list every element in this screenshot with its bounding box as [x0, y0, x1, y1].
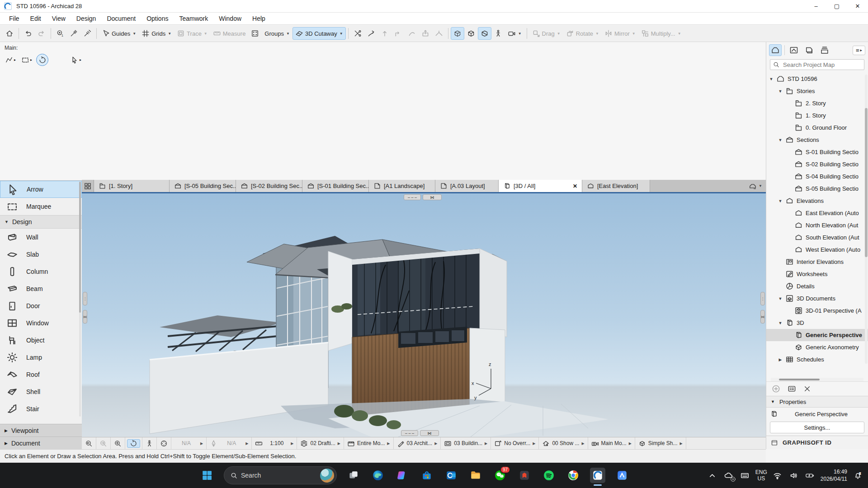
cut-plane-handle[interactable]: ‒ ‒ ‒ [401, 430, 418, 436]
toolbar-split-scissors-button[interactable] [351, 27, 364, 40]
edge-handle[interactable]: ⋮ [760, 292, 765, 305]
toolbar-syringe-button[interactable] [80, 27, 94, 40]
toolbar-guides-arrow-button[interactable]: Guides▼ [99, 27, 139, 40]
toolbar-trace-button[interactable]: Trace▼ [174, 27, 210, 40]
tree-item-generic-axonometry[interactable]: Generic Axonometry [766, 341, 868, 353]
toolbar-box-up-button[interactable] [419, 27, 432, 40]
subtool-cursor-arrow[interactable]: ▸ [69, 55, 83, 66]
tab--s-05-building-sec-[interactable]: [S-05 Building Sec... [170, 180, 236, 192]
toolbar-corner-button[interactable] [392, 27, 405, 40]
tree-item-s-04-building-sectio[interactable]: S-04 Building Sectio [766, 170, 868, 183]
tray-chevron-icon[interactable] [707, 469, 718, 481]
menu-view[interactable]: View [47, 13, 71, 24]
toolbox-arrow[interactable]: Arrow [0, 181, 82, 198]
toolbar-grids-button[interactable]: Grids▼ [139, 27, 174, 40]
tree-item-sections[interactable]: ▼Sections [766, 134, 868, 146]
view-settings-icon[interactable] [788, 385, 796, 393]
onedrive-error-icon[interactable] [723, 469, 735, 481]
taskbar-search[interactable]: Search [224, 466, 337, 484]
menu-edit[interactable]: Edit [25, 13, 47, 24]
properties-header[interactable]: ▼ Properties [766, 396, 868, 408]
toolbox-section-design[interactable]: ▼Design [0, 215, 82, 229]
outlook-icon[interactable] [443, 468, 459, 483]
quickbar-zoom-in[interactable] [111, 437, 125, 449]
edge-handle[interactable]: ⋈ [760, 310, 765, 324]
quickbar-orbit[interactable] [125, 437, 142, 449]
edge-handle[interactable]: ⋮ [83, 292, 87, 305]
navigator-layout-book-button[interactable] [803, 44, 816, 56]
toolbox-roof[interactable]: Roof [0, 366, 82, 383]
tab--1-story-[interactable]: [1. Story] [94, 180, 170, 192]
tree-item-s-05-building-sectio[interactable]: S-05 Building Sectio [766, 183, 868, 195]
edge-icon[interactable] [370, 468, 386, 483]
wifi-icon[interactable] [772, 469, 783, 481]
toolbox-slab[interactable]: Slab [0, 246, 82, 263]
delete-icon[interactable] [803, 385, 811, 393]
toolbar-camera-path-button[interactable]: ▼ [505, 27, 524, 40]
subtool-pet-marquee[interactable]: ▸ [20, 55, 33, 66]
toolbox-scrollbar-thumb[interactable] [79, 182, 81, 313]
quickbar-house-small[interactable]: 00 Show ...▶ [539, 437, 588, 449]
menu-help[interactable]: Help [247, 13, 271, 24]
touch-keyboard-icon[interactable] [739, 469, 751, 481]
quickbar-ruler[interactable]: 1:100▶ [252, 437, 297, 449]
project-map-search[interactable] [770, 59, 864, 70]
task-view-icon[interactable] [346, 468, 361, 483]
tab-overview-button[interactable] [82, 180, 94, 192]
tab--east-elevation-[interactable]: [East Elevation] [582, 180, 650, 192]
start-button[interactable] [199, 468, 215, 483]
tree-item-elevations[interactable]: ▼Elevations [766, 195, 868, 207]
chrome-icon[interactable] [566, 468, 581, 483]
tree-item-west-elevation-auto[interactable]: West Elevation (Auto [766, 244, 868, 256]
toolbox-door[interactable]: Door [0, 297, 82, 314]
toolbar-undo-button[interactable] [21, 27, 35, 40]
tab--s-01-building-sec-[interactable]: [S-01 Building Sec... [302, 180, 369, 192]
tree-item-1-story[interactable]: 1. Story [766, 109, 868, 122]
tree-item-std-10596[interactable]: ▼STD 10596 [766, 73, 868, 85]
toolbox-section-viewpoint[interactable]: ▶Viewpoint [0, 424, 82, 436]
tree-item-details[interactable]: Details [766, 280, 868, 292]
tab-list-button[interactable]: ▼ [745, 180, 766, 192]
tree-item-stories[interactable]: ▼Stories [766, 85, 868, 97]
toolbar-groups-button[interactable]: Groups▼ [262, 28, 292, 39]
subtool-pet-polyline[interactable]: ▸ [4, 55, 17, 66]
toolbox-window[interactable]: Window [0, 314, 82, 332]
wechat-icon[interactable]: 97 [492, 468, 508, 483]
toolbar-walk-person-button[interactable] [491, 27, 505, 40]
toolbox-wall[interactable]: Wall [0, 229, 82, 246]
edge-handle[interactable]: ⋈ [83, 310, 87, 324]
file-explorer-icon[interactable] [468, 468, 483, 483]
cut-plane-flip-handle[interactable]: ⋈ [423, 194, 442, 200]
tree-item-s-01-building-sectio[interactable]: S-01 Building Sectio [766, 146, 868, 158]
notification-bell-icon[interactable]: z [852, 469, 863, 481]
toolbar-view-cube-marquee-button[interactable] [451, 27, 464, 40]
tree-hscrollbar[interactable] [771, 378, 863, 381]
archicad-icon[interactable] [590, 468, 605, 483]
quickbar-explore[interactable] [157, 437, 171, 449]
tab--a1-landscape-[interactable]: [A1 Landscape] [369, 180, 435, 192]
toolbar-suspend-groups-button[interactable] [248, 27, 262, 40]
volume-icon[interactable] [788, 469, 800, 481]
tree-item-3d-01-perspective-a[interactable]: 3D-01 Perspective (A [766, 305, 868, 317]
cut-plane-handle[interactable]: ‒ ‒ ‒ [404, 194, 421, 200]
add-viewpoint-icon[interactable] [772, 385, 780, 393]
toolbar-multiply-button[interactable]: Multiply...▼ [638, 27, 684, 40]
toolbar-view-cutaway-button[interactable] [478, 27, 491, 40]
quickbar-override[interactable]: No Overr...▶ [491, 437, 539, 449]
menu-options[interactable]: Options [141, 13, 174, 24]
quickbar-zoom-next[interactable] [96, 437, 111, 449]
tree-item-0-ground-floor[interactable]: 0. Ground Floor [766, 122, 868, 134]
toolbox-stair[interactable]: Stair [0, 400, 82, 418]
quickbar-pen-set[interactable]: N/A▶ [207, 437, 252, 449]
tree-item-south-elevation-aut[interactable]: South Elevation (Aut [766, 231, 868, 244]
toolbox-lamp[interactable]: Lamp [0, 349, 82, 366]
toolbox-section-document[interactable]: ▶Document [0, 436, 82, 449]
toolbar-rotate-button[interactable]: Rotate▼ [563, 27, 602, 40]
tab--a-03-layout-[interactable]: [A.03 Layout] [435, 180, 499, 192]
toolbar-measure-button[interactable]: Measure [210, 27, 249, 40]
tree-item-3d[interactable]: ▼3D [766, 317, 868, 329]
quickbar-pen[interactable]: 03 Archit...▶ [394, 437, 441, 449]
navigator-publisher-button[interactable] [818, 44, 831, 56]
tree-item-s-02-building-sectio[interactable]: S-02 Building Sectio [766, 158, 868, 170]
menu-teamwork[interactable]: Teamwork [174, 13, 213, 24]
